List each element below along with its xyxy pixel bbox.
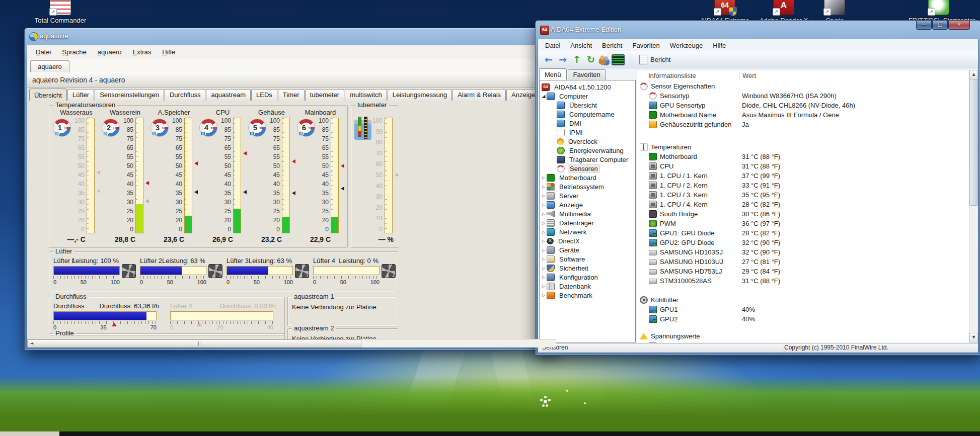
refresh-icon[interactable]: ↻ (584, 53, 597, 66)
tab-sensoreinstellungen[interactable]: Sensoreinstellungen (95, 89, 164, 101)
tree-item-konfiguration[interactable]: ▷Konfiguration (540, 273, 635, 282)
tree-collapsed-icon[interactable]: ▷ (541, 212, 547, 216)
menu-item[interactable]: Favoriten (627, 40, 664, 51)
maximize-button[interactable]: □ (932, 21, 948, 30)
tree-item-netzwerk[interactable]: ▷Netzwerk (540, 227, 635, 236)
list-row[interactable]: Motherboard31 °C (88 °F) (637, 152, 969, 161)
scrollbar-thumb[interactable] (36, 339, 361, 348)
list-row[interactable]: GPU SensortypDiode, CHiL CHL8266 (NV-Dio… (637, 101, 969, 110)
list-row[interactable]: GPU1: GPU Diode28 °C (82 °F) (637, 228, 969, 238)
tree-collapsed-icon[interactable]: ▷ (541, 284, 547, 289)
list-row[interactable]: Gehäusezutritt gefundenJa (637, 120, 969, 129)
list-row[interactable]: SensortypWinbond W83667HG (ISA 290h) (637, 91, 969, 101)
tree-item-multimedia[interactable]: ▷Multimedia (540, 209, 635, 218)
tree-item-uebersicht[interactable]: Übersicht (540, 101, 635, 110)
tab-timer[interactable]: Timer (278, 89, 305, 101)
tab-multiswitch[interactable]: multiswitch (345, 89, 387, 101)
tree-item-overclock[interactable]: Overclock (540, 137, 635, 146)
tree-item-geraete[interactable]: ▷Geräte (540, 245, 635, 254)
close-button[interactable]: × (948, 21, 970, 30)
menu-item[interactable]: Datei (540, 40, 565, 51)
tab-leistungsmessung[interactable]: Leistungsmessung (388, 89, 452, 101)
tree-collapsed-icon[interactable]: ▷ (541, 176, 547, 180)
tree-item-sensoren[interactable]: Sensoren (540, 164, 635, 173)
scroll-down-button[interactable]: ▼ (969, 333, 978, 342)
tree-item-sicherheit[interactable]: ▷Sicherheit (540, 264, 635, 273)
tree-item-computername[interactable]: Computername (540, 110, 635, 119)
tab-leds[interactable]: LEDs (251, 89, 277, 101)
aida64-titlebar[interactable]: AIDA64 Extreme Edition — □ × (536, 21, 980, 39)
menu-item[interactable]: Datei (30, 46, 56, 58)
menu-item[interactable]: aquaero (92, 46, 127, 58)
list-row[interactable]: GPU140% (637, 305, 969, 314)
remote-monitor-icon[interactable] (612, 54, 625, 65)
users-icon[interactable] (598, 54, 610, 65)
menu-item[interactable]: Ansicht (565, 40, 597, 51)
list-row[interactable]: 1. CPU / 1. Kern37 °C (99 °F) (637, 171, 969, 181)
list-row[interactable]: South Bridge30 °C (86 °F) (637, 209, 969, 219)
tree-item-energieverwaltung[interactable]: Energieverwaltung (540, 146, 635, 155)
tree-item-tragbarer-computer[interactable]: Tragbarer Computer (540, 155, 635, 164)
tree-item-aida64[interactable]: AIDA64 v1.50.1200 (540, 82, 635, 92)
tree-item-datenbank[interactable]: ▷Datenbank (540, 282, 635, 291)
tree-collapsed-icon[interactable]: ▷ (541, 203, 547, 207)
list-row[interactable]: STM31000528AS31 °C (88 °F) (637, 276, 969, 286)
list-row[interactable]: SAMSUNG HD103UJ27 °C (81 °F) (637, 257, 969, 267)
list-row[interactable]: 1. CPU / 2. Kern33 °C (91 °F) (637, 181, 969, 190)
device-tab-aquaero[interactable]: aquaero (30, 60, 69, 72)
up-icon[interactable]: ↑ (570, 53, 583, 66)
menu-item[interactable]: Bericht (597, 40, 627, 51)
tree-item-betriebssystem[interactable]: ▷Betriebssystem (540, 182, 635, 191)
section-kuehlluefter[interactable]: Kühllüfter (637, 295, 969, 305)
tab-uebersicht[interactable]: Übersicht (29, 89, 67, 101)
list-row[interactable]: 1. CPU / 4. Kern28 °C (82 °F) (637, 200, 969, 209)
tree-item-server[interactable]: ▷Server (540, 191, 635, 200)
tree-collapsed-icon[interactable]: ▷ (541, 230, 547, 234)
tree-item-benchmark[interactable]: ▷Benchmark (540, 291, 635, 300)
tab-tubemeter[interactable]: tubemeter (305, 89, 345, 101)
taskbar-edge-left[interactable] (0, 431, 59, 436)
tree-collapsed-icon[interactable]: ▷ (541, 185, 547, 189)
list-row[interactable]: 1. CPU / 3. Kern35 °C (95 °F) (637, 190, 969, 200)
menu-item[interactable]: Hilfe (708, 40, 731, 51)
tree-collapsed-icon[interactable]: ▷ (541, 221, 547, 225)
list-row[interactable]: SAMSUNG HD103SJ32 °C (90 °F) (637, 247, 969, 257)
scroll-left-button[interactable]: ◄ (27, 339, 36, 348)
list-row[interactable]: GPU2: GPU Diode32 °C (90 °F) (637, 238, 969, 247)
menu-item[interactable]: Hilfe (157, 46, 181, 58)
column-wert[interactable]: Wert (742, 72, 756, 79)
tree-collapsed-icon[interactable]: ▷ (541, 194, 547, 198)
tree-item-ipmi[interactable]: IPMI (540, 128, 635, 137)
vertical-scrollbar[interactable]: ▲ ▼ (969, 70, 978, 342)
tab-favoriten[interactable]: Favoriten (568, 69, 606, 80)
section-spannungswerte[interactable]: Spannungswerte (637, 331, 969, 341)
tab-alarm-relais[interactable]: Alarm & Relais (453, 89, 506, 101)
forward-icon[interactable]: → (556, 53, 569, 66)
section-temperaturen[interactable]: Temperaturen (637, 142, 969, 152)
aquasuite-titlebar[interactable]: aquasuite (25, 28, 558, 45)
list-row[interactable]: Motherboard NameAsus Maximus III Formula… (637, 110, 969, 120)
tree-item-anzeige[interactable]: ▷Anzeige (540, 200, 635, 209)
horizontal-scrollbar[interactable]: ◄ (27, 339, 556, 347)
tree-collapsed-icon[interactable]: ▷ (541, 293, 547, 298)
tree-item-software[interactable]: ▷Software (540, 254, 635, 264)
list-row[interactable]: GPU240% (637, 314, 969, 324)
tree-collapsed-icon[interactable]: ▷ (541, 248, 547, 252)
taskbar-edge[interactable] (0, 431, 980, 436)
tree-item-datentraeger[interactable]: ▷Datenträger (540, 218, 635, 227)
tree-item-computer[interactable]: ◢Computer (540, 92, 635, 101)
tab-menue[interactable]: Menü (539, 68, 567, 80)
list-row[interactable]: PWM36 °C (97 °F) (637, 219, 969, 228)
desktop-icon-total-commander[interactable]: ↗ Total Commander (30, 0, 91, 24)
tab-durchfluss[interactable]: Durchfluss (165, 89, 205, 101)
section-sensor-eigenschaften[interactable]: Sensor Eigenschaften (637, 81, 969, 91)
tree-item-motherboard[interactable]: ▷Motherboard (540, 173, 635, 182)
tree-collapsed-icon[interactable]: ▷ (541, 275, 547, 280)
menu-item[interactable]: Extras (127, 46, 157, 58)
tree-item-dmi[interactable]: DMI (540, 119, 635, 128)
list-row[interactable]: CPU31 °C (88 °F) (637, 161, 969, 171)
tab-luefter[interactable]: Lüfter (67, 89, 94, 101)
tree-collapsed-icon[interactable]: ▷ (541, 266, 547, 271)
tree-item-directx[interactable]: ▷DirectX (540, 236, 635, 245)
report-button[interactable]: Bericht (635, 54, 674, 65)
